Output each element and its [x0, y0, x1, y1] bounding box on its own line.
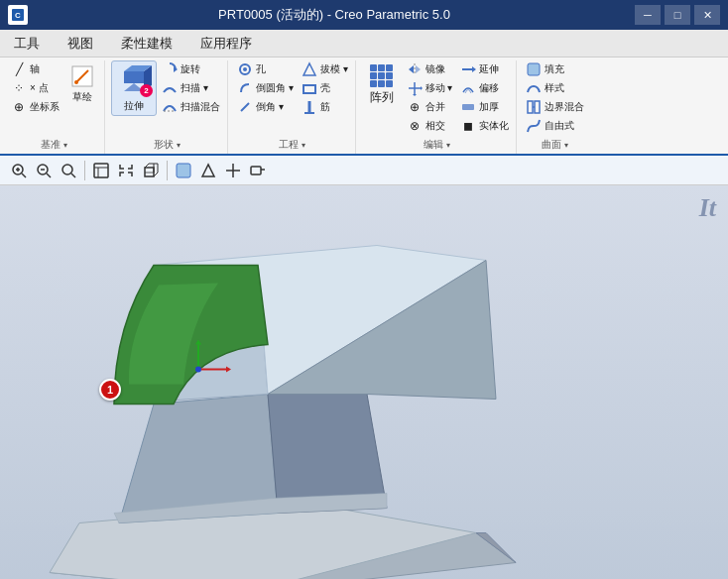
svg-line-38	[71, 174, 75, 177]
corner-it-text: It	[699, 193, 716, 223]
ribbon-btn-move[interactable]: 移动 ▾	[404, 79, 456, 97]
merge-label: 合并	[425, 100, 445, 114]
title-bar: C PRT0005 (活动的) - Creo Parametric 5.0 ─ …	[0, 0, 728, 30]
ribbon-btn-mirror[interactable]: 镜像	[404, 60, 456, 78]
ribbon-btn-hole[interactable]: 孔	[234, 60, 297, 78]
svg-rect-45	[177, 164, 190, 177]
svg-rect-27	[528, 101, 533, 113]
ribbon-btn-solidify[interactable]: ◼ 实体化	[457, 117, 512, 135]
svg-rect-49	[251, 167, 261, 174]
point-label: × 点	[30, 81, 49, 95]
axis-label: 轴	[30, 62, 40, 76]
svg-marker-22	[413, 94, 417, 96]
svg-marker-46	[202, 165, 214, 176]
boundary-blend-icon	[526, 99, 542, 115]
ribbon-btn-merge[interactable]: ⊕ 合并	[404, 98, 456, 116]
engineering-group-label: 工程▾	[234, 137, 351, 154]
svg-marker-24	[472, 66, 476, 72]
ribbon-btn-rib[interactable]: 筋	[299, 98, 351, 116]
ribbon-group-engineering: 孔 倒圆角 ▾ 倒角 ▾	[230, 60, 356, 154]
maximize-button[interactable]: □	[665, 5, 690, 25]
zoom-in-button[interactable]	[8, 160, 30, 181]
svg-point-64	[195, 367, 201, 373]
zoom-out-button[interactable]	[33, 160, 55, 181]
ribbon-btn-array[interactable]: 阵列	[362, 60, 402, 110]
extrude-label: 拉伸	[124, 99, 144, 113]
ribbon-btn-sketch[interactable]: 草绘	[64, 60, 100, 105]
close-button[interactable]: ✕	[694, 5, 720, 25]
ribbon-btn-swept-blend[interactable]: 扫描混合	[159, 98, 223, 116]
ribbon-btn-sweep[interactable]: 扫描 ▾	[159, 79, 223, 97]
draft-label: 拔模 ▾	[320, 62, 348, 76]
svg-point-4	[74, 80, 78, 84]
shell-icon	[302, 80, 317, 96]
refit-button[interactable]	[115, 160, 137, 181]
boundary-blend-label: 边界混合	[545, 100, 584, 114]
ribbon-group-datum: ╱ 轴 ⁘ × 点 ⊕ 坐标系	[4, 60, 105, 154]
ribbon-btn-boundary-blend[interactable]: 边界混合	[523, 98, 587, 116]
offset-icon	[460, 80, 476, 96]
view-cube-button[interactable]	[140, 160, 162, 181]
minimize-button[interactable]: ─	[635, 5, 661, 25]
ribbon-btn-style[interactable]: 样式	[523, 79, 587, 97]
svg-rect-39	[94, 164, 108, 177]
ribbon-btn-thicken[interactable]: 加厚	[457, 98, 512, 116]
ribbon-btn-extrude[interactable]: 拉伸 2	[111, 60, 157, 116]
extend-icon	[460, 61, 476, 77]
menu-tools[interactable]: 工具	[0, 30, 54, 57]
svg-point-12	[243, 67, 247, 71]
menu-view[interactable]: 视图	[54, 30, 107, 57]
display-style-button[interactable]	[173, 160, 194, 181]
rib-label: 筋	[320, 100, 330, 114]
svg-rect-25	[462, 104, 474, 110]
svg-line-35	[47, 174, 51, 177]
sketch-icon	[68, 62, 96, 90]
mirror-icon	[407, 61, 423, 77]
intersect-label: 相交	[425, 119, 445, 133]
annotation-badge-1: 1	[99, 379, 121, 401]
menu-flexible-modeling[interactable]: 柔性建模	[107, 30, 186, 57]
viewport[interactable]: 1 It	[0, 185, 728, 579]
shell-label: 壳	[320, 81, 330, 95]
chamfer-label: 倒角 ▾	[256, 100, 284, 114]
menu-applications[interactable]: 应用程序	[186, 30, 266, 57]
sweep-label: 扫描 ▾	[181, 81, 208, 95]
ribbon-btn-fill[interactable]: 填充	[523, 60, 587, 78]
app-icon: C	[8, 5, 28, 25]
ribbon-btn-shell[interactable]: 壳	[299, 79, 351, 97]
datum-display-button[interactable]	[222, 160, 244, 181]
ribbon-btn-draft[interactable]: 拔模 ▾	[299, 60, 351, 78]
ribbon: ╱ 轴 ⁘ × 点 ⊕ 坐标系	[0, 58, 728, 156]
ribbon-btn-csys[interactable]: ⊕ 坐标系	[8, 98, 62, 116]
round-label: 倒圆角 ▾	[256, 81, 294, 95]
csys-icon: ⊕	[11, 99, 27, 115]
svg-line-31	[22, 174, 26, 177]
ribbon-btn-extend[interactable]: 延伸	[457, 60, 512, 78]
saved-views-button[interactable]	[90, 160, 112, 181]
style-icon	[526, 80, 542, 96]
offset-label: 偏移	[479, 81, 499, 95]
ribbon-btn-offset[interactable]: 偏移	[457, 79, 512, 97]
svg-rect-15	[303, 85, 315, 93]
ribbon-btn-intersect[interactable]: ⊗ 相交	[404, 117, 456, 135]
solidify-icon: ◼	[460, 118, 476, 134]
model-canvas: 1 It	[0, 185, 728, 579]
sketch-label: 草绘	[72, 91, 92, 103]
svg-marker-21	[421, 86, 423, 90]
perspective-button[interactable]	[197, 160, 219, 181]
ribbon-btn-axis[interactable]: ╱ 轴	[8, 60, 62, 78]
tags-button[interactable]	[247, 160, 269, 181]
ribbon-group-surface: 填充 样式 边界混合	[519, 60, 591, 154]
intersect-icon: ⊗	[407, 118, 423, 134]
fit-all-button[interactable]	[58, 160, 79, 181]
ribbon-btn-round[interactable]: 倒圆角 ▾	[234, 79, 297, 97]
extend-label: 延伸	[479, 62, 499, 76]
ribbon-btn-chamfer[interactable]: 倒角 ▾	[234, 98, 297, 116]
ribbon-btn-revolve[interactable]: 旋转	[159, 60, 223, 78]
axis-icon: ╱	[11, 61, 27, 77]
move-icon	[407, 80, 423, 96]
ribbon-btn-freestyle[interactable]: 自由式	[523, 117, 587, 135]
ribbon-btn-point[interactable]: ⁘ × 点	[8, 79, 62, 97]
move-label: 移动 ▾	[425, 81, 453, 95]
mirror-label: 镜像	[425, 62, 445, 76]
